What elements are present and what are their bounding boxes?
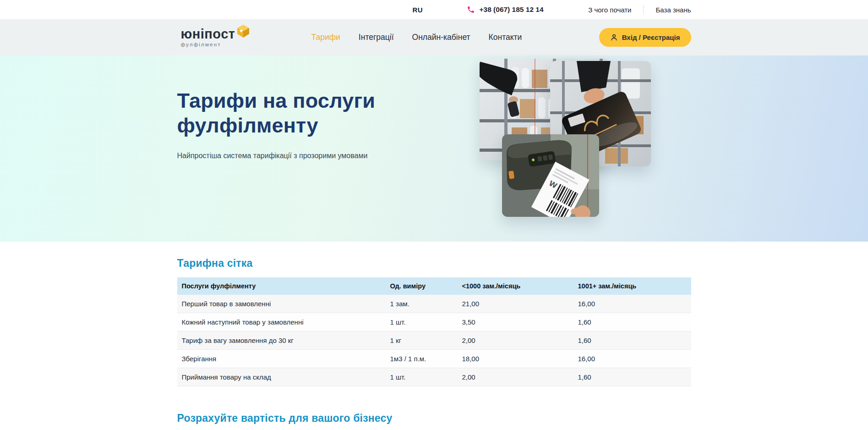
nav-online-cabinet[interactable]: Онлайн-кабінет (412, 33, 470, 42)
language-selector[interactable]: RU (413, 6, 423, 14)
topbar-link-knowledge-base[interactable]: База знань (655, 6, 691, 14)
main-nav: Тарифи Інтеграції Онлайн-кабінет Контакт… (311, 33, 522, 42)
phone-link[interactable]: +38 (067) 185 12 14 (467, 6, 544, 14)
user-icon (610, 33, 618, 41)
header: юніпост фулфілмент Тарифи Інтеграції Онл… (0, 19, 868, 55)
logo[interactable]: юніпост фулфілмент (181, 28, 250, 48)
table-row: Зберігання 1м3 / 1 п.м. 18,00 16,00 (177, 350, 691, 368)
col-service: Послуги фулфілменту (177, 277, 386, 295)
topbar-link-get-started[interactable]: З чого почати (588, 6, 631, 14)
nav-tariffs[interactable]: Тарифи (311, 33, 340, 42)
hero-section: Тарифи на послуги фулфілменту Найпростіш… (0, 55, 868, 242)
pricing-heading: Тарифна сітка (177, 257, 691, 270)
label-printer-photo: W (502, 134, 599, 217)
login-register-button[interactable]: Вхід / Реєстрація (599, 28, 691, 47)
col-over-1001: 1001+ зам./місяць (573, 277, 691, 295)
topbar: RU +38 (067) 185 12 14 З чого почати Баз… (0, 0, 868, 19)
col-unit: Од. виміру (386, 277, 458, 295)
logo-text: юніпост (181, 28, 235, 41)
table-header-row: Послуги фулфілменту Од. виміру <1000 зам… (177, 277, 691, 295)
tariff-table: Послуги фулфілменту Од. виміру <1000 зам… (177, 277, 691, 386)
login-button-label: Вхід / Реєстрація (622, 33, 680, 41)
topbar-links: З чого почати База знань (588, 5, 691, 14)
table-row: Кожний наступний товар у замовленні 1 шт… (177, 313, 691, 331)
phone-number: +38 (067) 185 12 14 (480, 6, 544, 14)
pricing-section: Тарифна сітка Послуги фулфілменту Од. ви… (0, 242, 868, 430)
phone-icon (467, 6, 475, 14)
table-row: Тариф за вагу замовлення до 30 кг 1 кг 2… (177, 331, 691, 350)
gold-cube-arrow-icon (236, 24, 250, 38)
nav-integrations[interactable]: Інтеграції (359, 33, 394, 42)
topbar-divider (643, 5, 644, 14)
page: RU +38 (067) 185 12 14 З чого почати Баз… (0, 0, 868, 430)
calculator-heading: Розрахуйте вартість для вашого бізнесу (177, 412, 691, 424)
logo-tagline: фулфілмент (181, 42, 250, 48)
table-row: Перший товар в замовленні 1 зам. 21,00 1… (177, 295, 691, 313)
col-under-1000: <1000 зам./місяць (458, 277, 573, 295)
nav-contacts[interactable]: Контакти (489, 33, 522, 42)
table-row: Приймання товару на склад 1 шт. 2,00 1,6… (177, 368, 691, 386)
page-title: Тарифи на послуги фулфілменту (177, 55, 420, 138)
